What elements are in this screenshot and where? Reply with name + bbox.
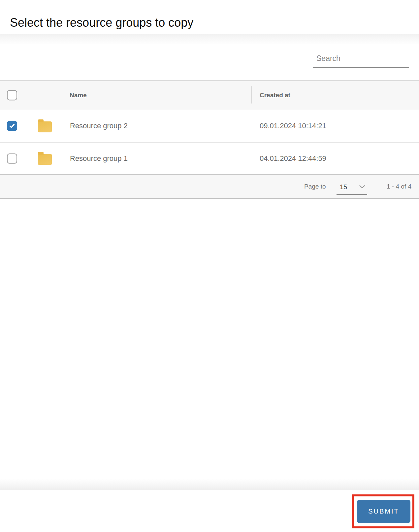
page-size-select[interactable]: 15 — [337, 180, 367, 195]
table-row[interactable]: Resource group 2 09.01.2024 10:14:21 — [0, 109, 419, 143]
search-input[interactable] — [313, 51, 409, 68]
column-header-name: Name — [70, 92, 87, 99]
table-row[interactable]: Resource group 1 04.01.2024 12:44:59 — [0, 143, 419, 174]
chevron-down-icon — [359, 185, 365, 189]
folder-icon — [38, 121, 52, 132]
select-all-checkbox[interactable] — [7, 90, 17, 100]
page-to-label: Page to — [304, 183, 326, 190]
submit-button[interactable]: SUBMIT — [357, 500, 410, 523]
row-name-label: Resource group 1 — [70, 154, 128, 163]
row-checkbox[interactable] — [7, 121, 17, 131]
table-header: Name Created at — [0, 80, 419, 109]
checkmark-icon — [9, 123, 16, 130]
table-pagination-bar: Page to 15 1 - 4 of 4 — [0, 174, 419, 199]
page-title: Select the resource groups to copy — [10, 16, 193, 30]
column-divider — [251, 86, 252, 103]
footer-scroll-shadow — [0, 479, 419, 490]
row-created-at-label: 04.01.2024 12:44:59 — [260, 154, 326, 163]
row-checkbox[interactable] — [7, 153, 17, 163]
header-scroll-shadow — [0, 34, 419, 45]
row-created-at-label: 09.01.2024 10:14:21 — [260, 122, 326, 130]
column-header-created-at: Created at — [260, 92, 290, 99]
folder-icon — [38, 154, 52, 165]
resource-group-dialog: Select the resource groups to copy Name … — [0, 0, 419, 532]
pagination-range-label: 1 - 4 of 4 — [387, 183, 411, 190]
dialog-action-bar — [0, 490, 419, 532]
row-name-label: Resource group 2 — [70, 122, 128, 130]
page-size-value: 15 — [340, 183, 347, 191]
